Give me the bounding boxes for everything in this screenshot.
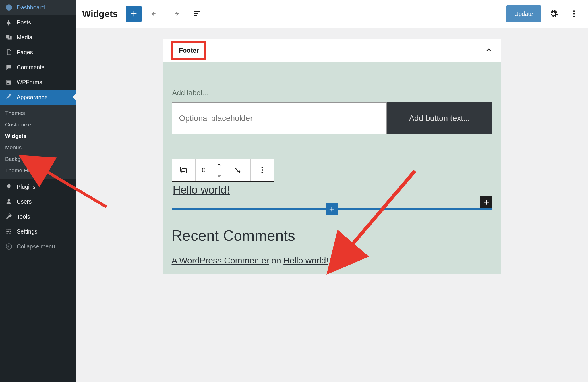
options-button[interactable] [566, 6, 582, 22]
svg-point-8 [202, 169, 203, 171]
settings-button[interactable] [546, 6, 561, 22]
block-appender-button[interactable] [480, 196, 492, 208]
svg-point-1 [573, 10, 575, 12]
search-placeholder-input[interactable] [179, 114, 379, 123]
sidebar-item-label: Tools [17, 213, 30, 220]
sidebar-item-pages[interactable]: Pages [0, 45, 76, 60]
pin-icon [5, 19, 13, 26]
annotation-highlight: Footer [171, 41, 206, 60]
svg-point-10 [202, 171, 203, 172]
sidebar-item-label: Media [17, 34, 32, 41]
move-to-button[interactable] [227, 159, 250, 181]
search-input-wrapper[interactable] [172, 102, 387, 134]
search-label-input[interactable]: Add label... [172, 89, 492, 97]
editor-canvas: Footer Add label... Add button text... [76, 28, 588, 382]
commenter-link[interactable]: A WordPress Commenter [172, 256, 269, 265]
dashboard-icon [5, 4, 13, 11]
sidebar-item-label: WPForms [17, 79, 42, 86]
widget-area-header[interactable]: Footer [163, 39, 501, 62]
comment-post-link[interactable]: Hello world! [283, 256, 328, 265]
update-button[interactable]: Update [506, 5, 541, 22]
sliders-icon [5, 228, 13, 235]
search-button[interactable]: Add button text... [387, 102, 492, 134]
svg-rect-4 [180, 167, 185, 171]
comment-entry: A WordPress Commenter on Hello world! [172, 256, 492, 265]
sidebar-item-settings[interactable]: Settings [0, 224, 76, 239]
sidebar-item-label: Comments [17, 64, 45, 71]
svg-point-6 [202, 168, 203, 169]
annotation-arrow [334, 168, 421, 267]
sidebar-item-dashboard[interactable]: Dashboard [0, 0, 76, 15]
sidebar-item-media[interactable]: Media [0, 30, 76, 45]
widget-area-body: Add label... Add button text... [163, 62, 501, 274]
annotation-arrow [34, 161, 112, 219]
post-link[interactable]: Hello world! [172, 184, 230, 196]
sidebar-item-comments[interactable]: Comments [0, 60, 76, 75]
search-block: Add button text... [172, 102, 492, 134]
svg-point-11 [204, 171, 205, 172]
add-block-button[interactable] [126, 6, 142, 22]
svg-point-7 [204, 168, 205, 169]
form-icon [5, 78, 13, 86]
move-up-button[interactable] [211, 159, 227, 170]
redo-button[interactable] [168, 6, 183, 22]
sidebar-item-label: Posts [17, 19, 31, 26]
sidebar-item-wpforms[interactable]: WPForms [0, 75, 76, 90]
chevron-up-icon [485, 46, 493, 55]
wrench-icon [5, 213, 13, 220]
widget-area-footer: Footer Add label... Add button text... [163, 39, 501, 274]
block-toolbar [172, 159, 274, 182]
sidebar-item-label: Users [17, 198, 32, 205]
move-down-button[interactable] [211, 170, 227, 181]
svg-line-16 [349, 171, 415, 248]
submenu-customize[interactable]: Customize [0, 119, 76, 130]
media-icon [5, 34, 13, 41]
collapse-icon [5, 243, 13, 250]
svg-line-15 [43, 169, 106, 207]
block-inserter-line [172, 208, 492, 210]
sidebar-item-appearance[interactable]: Appearance [0, 90, 76, 105]
submenu-widgets[interactable]: Widgets [0, 130, 76, 142]
list-view-button[interactable] [189, 6, 204, 22]
comment-icon [5, 63, 13, 71]
sidebar-item-posts[interactable]: Posts [0, 15, 76, 30]
page-icon [5, 49, 13, 56]
svg-point-0 [6, 244, 12, 249]
editor-topbar: Widgets Update [76, 0, 588, 28]
undo-button[interactable] [147, 6, 163, 22]
svg-point-13 [262, 169, 263, 171]
svg-point-14 [262, 172, 263, 173]
submenu-themes[interactable]: Themes [0, 107, 76, 119]
sidebar-item-collapse[interactable]: Collapse menu [0, 239, 76, 254]
svg-rect-5 [182, 169, 187, 173]
page-title: Widgets [82, 9, 118, 19]
sidebar-item-label: Settings [17, 228, 37, 235]
submenu-menus[interactable]: Menus [0, 142, 76, 153]
user-icon [5, 198, 13, 205]
sidebar-item-label: Pages [17, 49, 33, 56]
recent-comments-heading: Recent Comments [172, 227, 492, 244]
svg-point-2 [573, 13, 575, 14]
sidebar-item-label: Appearance [17, 94, 48, 101]
drag-handle[interactable] [196, 159, 211, 181]
svg-point-12 [262, 167, 263, 169]
block-type-button[interactable] [172, 159, 196, 181]
sidebar-item-label: Plugins [17, 184, 36, 190]
plug-icon [5, 183, 13, 190]
brush-icon [5, 93, 13, 101]
widget-area-title: Footer [179, 47, 199, 54]
sidebar-item-label: Dashboard [17, 4, 45, 11]
svg-point-9 [204, 169, 205, 171]
sidebar-item-label: Collapse menu [17, 243, 55, 250]
block-options-button[interactable] [250, 159, 274, 181]
svg-point-3 [573, 16, 575, 17]
comment-on-text: on [269, 256, 283, 265]
